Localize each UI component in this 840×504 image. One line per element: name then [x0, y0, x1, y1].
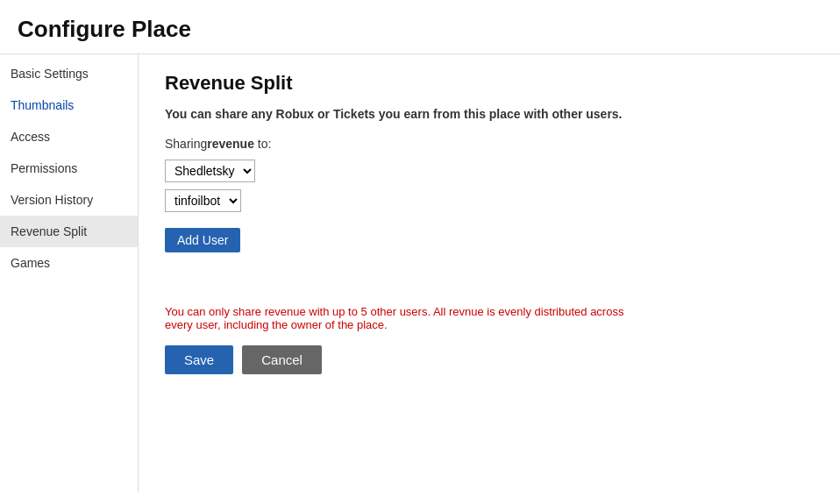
sidebar-item-thumbnails[interactable]: Thumbnails [0, 89, 138, 121]
page-title: Configure Place [0, 0, 840, 53]
description-text: You can share any Robux or Tickets you e… [165, 107, 814, 121]
add-user-button[interactable]: Add User [165, 228, 240, 252]
user-select-2[interactable]: tinfoilbot [165, 189, 241, 212]
sharing-suffix: to: [254, 137, 271, 151]
sidebar-item-games[interactable]: Games [0, 247, 138, 279]
cancel-button[interactable]: Cancel [242, 345, 322, 374]
sharing-bold: revenue [207, 137, 254, 151]
sidebar-item-access[interactable]: Access [0, 121, 138, 153]
user-select-row-2: tinfoilbot [165, 189, 814, 212]
sidebar-item-version-history[interactable]: Version History [0, 184, 138, 216]
section-title: Revenue Split [165, 72, 814, 95]
user-select-row-1: Shedletsky [165, 160, 814, 182]
save-button[interactable]: Save [165, 345, 233, 374]
user-select-1[interactable]: Shedletsky [165, 160, 255, 182]
sidebar-item-revenue-split[interactable]: Revenue Split [0, 216, 138, 247]
sharing-label: Sharingrevenue to: [165, 137, 814, 151]
main-panel: Revenue Split You can share any Robux or… [139, 54, 840, 493]
warning-text: You can only share revenue with up to 5 … [165, 305, 630, 331]
action-buttons: Save Cancel [165, 345, 814, 374]
sidebar: Basic Settings Thumbnails Access Permiss… [0, 54, 139, 493]
sharing-prefix: Sharing [165, 137, 207, 151]
sidebar-item-basic-settings[interactable]: Basic Settings [0, 58, 138, 89]
sidebar-item-permissions[interactable]: Permissions [0, 153, 138, 184]
